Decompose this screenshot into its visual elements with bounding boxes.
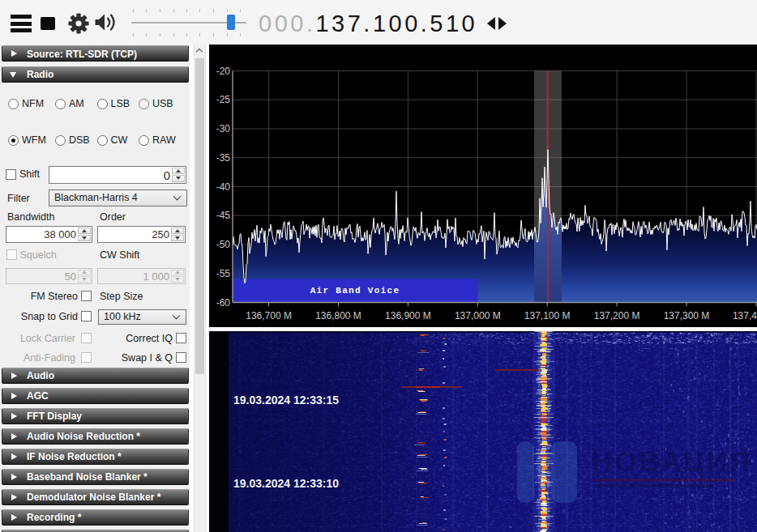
svg-text:137,300 M: 137,300 M: [664, 310, 710, 321]
svg-text:-30: -30: [216, 123, 231, 134]
svg-text:136,700 M: 136,700 M: [246, 310, 292, 321]
svg-text:136,900 M: 136,900 M: [385, 310, 431, 321]
svg-text:-50: -50: [216, 239, 231, 250]
svg-text:19.03.2024 12:33:15: 19.03.2024 12:33:15: [233, 394, 339, 406]
svg-text:НОВАЦИЯ: НОВАЦИЯ: [592, 445, 752, 477]
svg-text:-25: -25: [216, 94, 231, 105]
svg-text:137,200 M: 137,200 M: [594, 310, 640, 321]
svg-text:-40: -40: [216, 181, 231, 193]
svg-text:-35: -35: [216, 152, 231, 164]
svg-text:137,000 M: 137,000 M: [455, 310, 501, 321]
svg-text:136,800 M: 136,800 M: [315, 310, 361, 321]
svg-text:-45: -45: [216, 210, 231, 221]
svg-text:-60: -60: [216, 297, 231, 309]
svg-text:-55: -55: [216, 268, 231, 279]
svg-text:19.03.2024 12:33:10: 19.03.2024 12:33:10: [233, 477, 339, 490]
svg-text:137,100 M: 137,100 M: [524, 310, 571, 321]
svg-text:Air Band Voice: Air Band Voice: [310, 286, 400, 296]
svg-text:137,4: 137,4: [733, 310, 757, 321]
svg-text:-20: -20: [216, 66, 231, 77]
